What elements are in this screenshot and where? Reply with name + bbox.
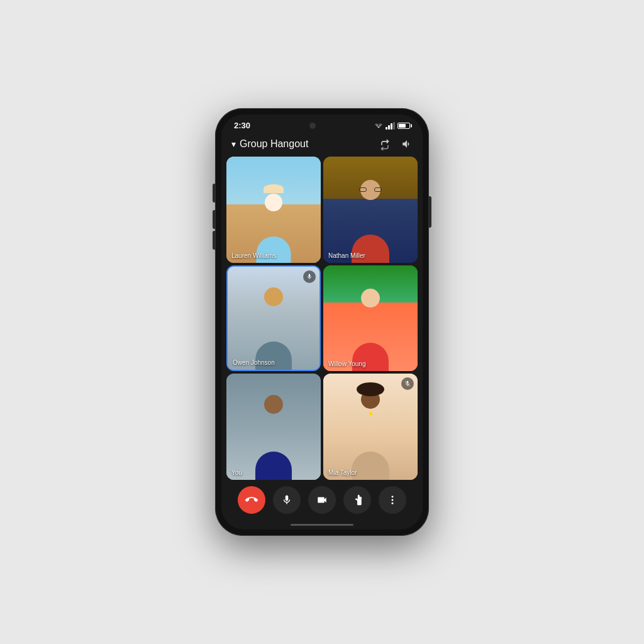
video-cell-willow[interactable]: Willow Young [323, 265, 418, 372]
video-cell-mia[interactable]: Mia Taylor [323, 374, 418, 480]
more-options-button[interactable] [379, 486, 406, 514]
nathan-name: Nathan Miller [328, 252, 365, 259]
mia-name: Mia Taylor [328, 469, 357, 476]
status-bar: 2:30 [221, 114, 423, 133]
lauren-video [226, 157, 321, 263]
volume-icon[interactable] [401, 138, 413, 150]
video-grid: Lauren Williams Nathan Miller [221, 157, 423, 480]
status-icons [374, 122, 410, 130]
wifi-icon [374, 122, 383, 129]
video-cell-you[interactable]: You [226, 374, 321, 480]
willow-video [323, 265, 418, 372]
call-header: ▾ Group Hangout [221, 133, 423, 157]
phone-screen: 2:30 [221, 114, 423, 530]
video-cell-owen[interactable]: Owen Johnson [226, 265, 321, 372]
signal-icon [386, 122, 395, 130]
call-title-group: ▾ Group Hangout [231, 138, 308, 150]
svg-point-2 [392, 502, 394, 504]
video-cell-lauren[interactable]: Lauren Williams [226, 157, 321, 263]
rotate-camera-icon[interactable] [379, 138, 391, 150]
mute-button[interactable] [273, 486, 301, 514]
chevron-down-icon[interactable]: ▾ [231, 139, 236, 149]
end-call-button[interactable] [238, 486, 265, 514]
home-indicator [291, 524, 353, 526]
you-video [226, 374, 321, 480]
front-camera [309, 123, 316, 129]
you-head [264, 395, 283, 414]
svg-point-1 [392, 499, 394, 501]
status-time: 2:30 [234, 121, 250, 130]
raise-hand-button[interactable] [343, 486, 371, 514]
willow-name: Willow Young [328, 360, 365, 367]
speaking-indicator [303, 270, 316, 283]
battery-icon [397, 123, 410, 129]
video-button[interactable] [308, 486, 336, 514]
mia-video [323, 374, 418, 480]
you-name: You [231, 469, 242, 476]
lauren-name: Lauren Williams [231, 252, 276, 259]
bottom-controls [221, 480, 423, 521]
owen-head [264, 287, 283, 306]
willow-head [361, 289, 380, 308]
video-cell-nathan[interactable]: Nathan Miller [323, 157, 418, 263]
header-icons [379, 138, 413, 150]
phone-frame: 2:30 [215, 108, 429, 536]
nathan-video [323, 157, 418, 263]
call-title: Group Hangout [240, 138, 308, 150]
owen-name: Owen Johnson [233, 359, 275, 366]
svg-point-0 [392, 496, 394, 497]
